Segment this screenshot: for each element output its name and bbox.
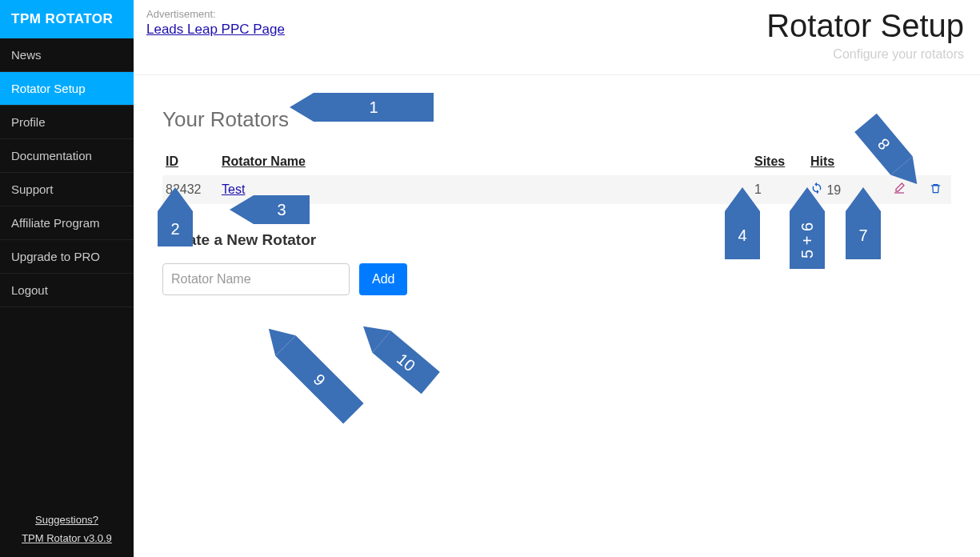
col-sites[interactable]: Sites: [751, 150, 807, 175]
cell-hits-value: 19: [826, 183, 841, 197]
suggestions-link[interactable]: Suggestions?: [0, 514, 134, 526]
annotation-10: 10: [372, 331, 439, 394]
col-hits[interactable]: Hits: [807, 150, 879, 175]
nav-support[interactable]: Support: [0, 173, 134, 206]
refresh-icon[interactable]: [810, 183, 826, 197]
sidebar: TPM ROTATOR News Rotator Setup Profile D…: [0, 0, 134, 557]
nav-affiliate-program[interactable]: Affiliate Program: [0, 206, 134, 240]
version-link[interactable]: TPM Rotator v3.0.9: [0, 532, 134, 544]
trash-icon[interactable]: [930, 183, 942, 197]
nav-documentation[interactable]: Documentation: [0, 139, 134, 173]
advertisement-link[interactable]: Leads Leap PPC Page: [146, 22, 285, 38]
nav-upgrade-pro[interactable]: Upgrade to PRO: [0, 240, 134, 274]
cell-hits: 19: [807, 175, 879, 204]
add-button[interactable]: Add: [359, 263, 407, 295]
create-title: Create a New Rotator: [162, 231, 951, 249]
annotation-9: 9: [275, 335, 363, 423]
col-name[interactable]: Rotator Name: [218, 150, 751, 175]
main: Advertisement: Leads Leap PPC Page Rotat…: [134, 0, 980, 557]
nav-news[interactable]: News: [0, 38, 134, 72]
page-title: Rotator Setup: [766, 8, 964, 44]
advertisement-block: Advertisement: Leads Leap PPC Page: [146, 8, 285, 38]
page-subtitle: Configure your rotators: [766, 47, 964, 62]
cell-id: 82432: [162, 175, 218, 204]
col-id[interactable]: ID: [162, 150, 218, 175]
nav-profile[interactable]: Profile: [0, 106, 134, 139]
rotators-table: ID Rotator Name Sites Hits 82432 Test 1: [162, 150, 951, 204]
advertisement-label: Advertisement:: [146, 8, 285, 20]
col-edit-blank: [879, 150, 919, 175]
content: Your Rotators ID Rotator Name Sites Hits…: [134, 75, 980, 557]
table-row: 82432 Test 1 19: [162, 175, 951, 204]
cell-name-link[interactable]: Test: [222, 182, 245, 196]
page-title-block: Rotator Setup Configure your rotators: [766, 8, 964, 62]
sidebar-footer: Suggestions? TPM Rotator v3.0.9: [0, 498, 134, 557]
rotator-name-input[interactable]: [162, 263, 350, 295]
cell-sites: 1: [751, 175, 807, 204]
topbar: Advertisement: Leads Leap PPC Page Rotat…: [134, 0, 980, 75]
section-your-rotators: Your Rotators: [162, 107, 951, 132]
nav-rotator-setup[interactable]: Rotator Setup: [0, 72, 134, 106]
edit-icon[interactable]: [893, 183, 906, 197]
brand-title: TPM ROTATOR: [0, 0, 134, 38]
col-del-blank: [919, 150, 951, 175]
create-row: Add: [162, 263, 951, 295]
nav: News Rotator Setup Profile Documentation…: [0, 38, 134, 498]
nav-logout[interactable]: Logout: [0, 274, 134, 307]
